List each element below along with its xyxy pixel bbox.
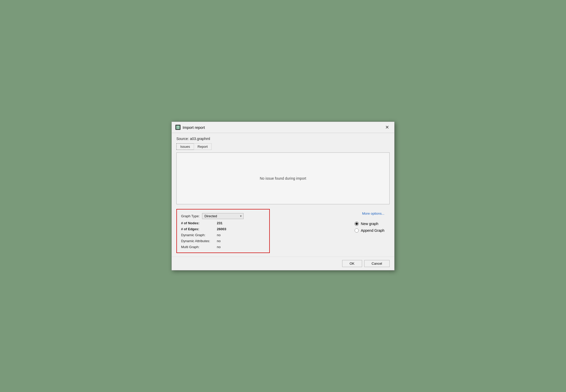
tab-report[interactable]: Report xyxy=(194,143,212,150)
dynamic-graph-value: no xyxy=(217,233,220,237)
nodes-row: # of Nodes: 231 xyxy=(181,221,265,225)
dynamic-attributes-label: Dynamic Attributes: xyxy=(181,239,215,243)
source-line: Source: a03.graphml xyxy=(176,137,390,141)
radio-group: New graph Append Graph xyxy=(355,222,384,233)
multi-graph-value: no xyxy=(217,245,220,249)
multi-graph-row: Multi Graph: no xyxy=(181,245,265,249)
dynamic-attributes-row: Dynamic Attributes: no xyxy=(181,239,265,243)
svg-rect-2 xyxy=(178,126,179,127)
ok-button[interactable]: OK xyxy=(342,260,362,267)
append-graph-label: Append Graph xyxy=(361,228,384,233)
nodes-value: 231 xyxy=(217,221,223,225)
dialog-body: Source: a03.graphml Issues Report No iss… xyxy=(172,133,394,257)
dynamic-graph-row: Dynamic Graph: no xyxy=(181,233,265,237)
issues-panel: No issue found during import xyxy=(176,152,390,204)
close-button[interactable]: ✕ xyxy=(384,124,391,130)
graph-info-box: Graph Type: Directed Undirected Mixed ▼ … xyxy=(176,209,270,253)
new-graph-radio-label[interactable]: New graph xyxy=(355,222,384,226)
svg-rect-1 xyxy=(177,126,178,127)
tab-issues[interactable]: Issues xyxy=(176,143,194,150)
title-bar-left: Import report xyxy=(175,125,205,130)
graph-type-row: Graph Type: Directed Undirected Mixed ▼ xyxy=(181,213,265,219)
import-report-dialog: Import report ✕ Source: a03.graphml Issu… xyxy=(171,122,395,270)
cancel-button[interactable]: Cancel xyxy=(364,260,390,267)
edges-label: # of Edges: xyxy=(181,227,215,231)
title-bar: Import report ✕ xyxy=(172,122,394,133)
bottom-section: Graph Type: Directed Undirected Mixed ▼ … xyxy=(176,209,390,253)
no-issues-message: No issue found during import xyxy=(260,176,306,180)
source-value: a03.graphml xyxy=(190,137,210,141)
right-section: More options... New graph Append Graph xyxy=(270,209,390,253)
append-graph-radio[interactable] xyxy=(355,228,359,233)
nodes-label: # of Nodes: xyxy=(181,221,215,225)
dialog-footer: OK Cancel xyxy=(172,257,394,270)
edges-value: 26003 xyxy=(217,227,226,231)
multi-graph-label: Multi Graph: xyxy=(181,245,215,249)
app-icon xyxy=(175,125,181,130)
tabs-container: Issues Report xyxy=(176,143,390,150)
dynamic-graph-label: Dynamic Graph: xyxy=(181,233,215,237)
graph-type-select[interactable]: Directed Undirected Mixed xyxy=(202,213,244,219)
svg-rect-3 xyxy=(177,128,178,129)
dynamic-attributes-value: no xyxy=(217,239,220,243)
more-options-link[interactable]: More options... xyxy=(362,212,384,215)
edges-row: # of Edges: 26003 xyxy=(181,227,265,231)
graph-type-label: Graph Type: xyxy=(181,214,199,218)
dialog-title: Import report xyxy=(183,125,205,130)
svg-rect-4 xyxy=(178,128,179,129)
append-graph-radio-label[interactable]: Append Graph xyxy=(355,228,384,233)
source-label: Source: xyxy=(176,137,189,141)
new-graph-label: New graph xyxy=(361,222,378,226)
graph-type-select-wrapper: Directed Undirected Mixed ▼ xyxy=(202,213,244,219)
new-graph-radio[interactable] xyxy=(355,222,359,226)
